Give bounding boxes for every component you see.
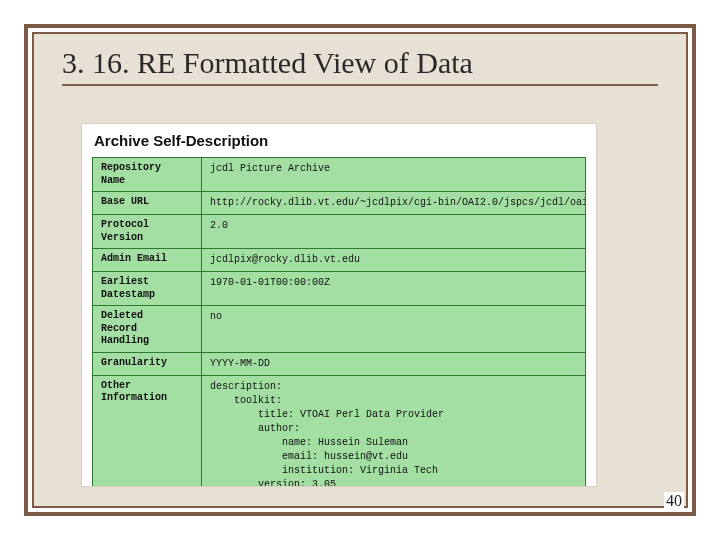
table-row: Admin Emailjcdlpix@rocky.dlib.vt.edu (93, 249, 586, 272)
inner-frame: 3. 16. RE Formatted View of Data Archive… (32, 32, 688, 508)
table-row: GranularityYYYY-MM-DD (93, 352, 586, 375)
title-rule (62, 84, 658, 86)
table-value: jcdl Picture Archive (202, 158, 586, 192)
content-panel: Archive Self-Description Repository Name… (82, 124, 596, 486)
table-key: Protocol Version (93, 215, 202, 249)
table-row: Repository Namejcdl Picture Archive (93, 158, 586, 192)
panel-heading: Archive Self-Description (94, 132, 586, 149)
table-row: Earliest Datestamp1970-01-01T00:00:00Z (93, 272, 586, 306)
table-key: Repository Name (93, 158, 202, 192)
table-value: http://rocky.dlib.vt.edu/~jcdlpix/cgi-bi… (202, 192, 586, 215)
table-key: Base URL (93, 192, 202, 215)
table-value: 2.0 (202, 215, 586, 249)
table-row: Base URLhttp://rocky.dlib.vt.edu/~jcdlpi… (93, 192, 586, 215)
table-row: Deleted Record Handlingno (93, 306, 586, 353)
slide-title: 3. 16. RE Formatted View of Data (62, 46, 658, 80)
table-row: Protocol Version2.0 (93, 215, 586, 249)
table-key: Admin Email (93, 249, 202, 272)
table-key: Deleted Record Handling (93, 306, 202, 353)
table-value: jcdlpix@rocky.dlib.vt.edu (202, 249, 586, 272)
page-number: 40 (664, 492, 684, 510)
archive-table-body: Repository Namejcdl Picture ArchiveBase … (93, 158, 586, 487)
content-panel-inner: Archive Self-Description Repository Name… (82, 124, 596, 486)
table-value: YYYY-MM-DD (202, 352, 586, 375)
table-row: Other Informationdescription: toolkit: t… (93, 375, 586, 486)
table-key: Earliest Datestamp (93, 272, 202, 306)
archive-table: Repository Namejcdl Picture ArchiveBase … (92, 157, 586, 486)
table-value: description: toolkit: title: VTOAI Perl … (202, 375, 586, 486)
title-wrap: 3. 16. RE Formatted View of Data (34, 34, 686, 86)
table-value: 1970-01-01T00:00:00Z (202, 272, 586, 306)
table-key: Granularity (93, 352, 202, 375)
table-key: Other Information (93, 375, 202, 486)
slide: 3. 16. RE Formatted View of Data Archive… (0, 0, 720, 540)
table-value: no (202, 306, 586, 353)
outer-frame: 3. 16. RE Formatted View of Data Archive… (24, 24, 696, 516)
